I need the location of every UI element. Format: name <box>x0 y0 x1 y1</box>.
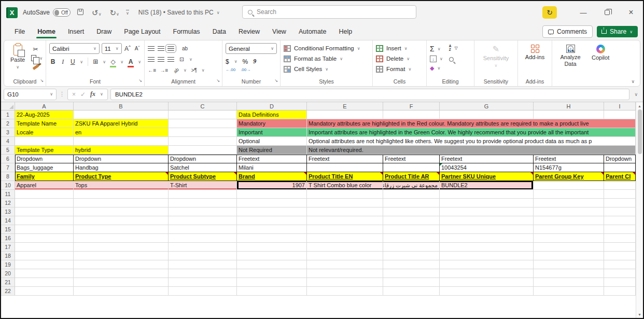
cell-B3[interactable]: en <box>74 128 169 137</box>
cell-E5[interactable]: Not relevant/required. <box>307 146 636 155</box>
scroll-down-icon[interactable]: ▼ <box>638 311 641 318</box>
cell-I21[interactable] <box>604 278 636 287</box>
cell-D6[interactable]: Freetext <box>237 155 307 163</box>
cell-D22[interactable] <box>237 287 307 296</box>
cell-E6[interactable]: Freetext <box>307 155 383 163</box>
row-header-6[interactable]: 6 <box>1 155 15 163</box>
cell-C1[interactable] <box>169 110 237 119</box>
cell-C11[interactable] <box>169 190 237 199</box>
cell-I6[interactable]: Dropdown <box>604 155 636 163</box>
cell-F6[interactable]: Freetext <box>383 155 440 163</box>
cell-F18[interactable] <box>383 252 440 260</box>
cell-B22[interactable] <box>74 287 169 296</box>
cell-C21[interactable] <box>169 278 237 287</box>
cell-D2[interactable]: Mandatory <box>237 119 307 128</box>
copy-icon[interactable] <box>31 55 36 61</box>
paste-button[interactable]: Paste ∨ <box>7 43 28 78</box>
cell-G8[interactable]: Partner SKU Unique <box>440 172 534 181</box>
cell-G7[interactable]: 10043254 <box>440 163 534 172</box>
cell-H6[interactable]: Freetext <box>534 155 604 163</box>
share-button[interactable]: Share ∨ <box>597 26 638 37</box>
cell-F19[interactable] <box>383 260 440 269</box>
row-header-13[interactable]: 13 <box>1 207 15 216</box>
cell-F11[interactable] <box>383 190 440 199</box>
cut-icon[interactable]: ✂ <box>31 45 40 53</box>
cell-I22[interactable] <box>604 287 636 296</box>
format-as-table-button[interactable]: Format as Table∨ <box>284 53 369 64</box>
cell-A8[interactable]: Family <box>15 172 74 181</box>
cell-E11[interactable] <box>307 190 383 199</box>
cell-A5[interactable]: Template Type <box>15 146 74 155</box>
cell-G15[interactable] <box>440 225 534 234</box>
cell-E21[interactable] <box>307 278 383 287</box>
cell-F21[interactable] <box>383 278 440 287</box>
cell-D16[interactable] <box>237 234 307 243</box>
row-header-10[interactable]: 10 <box>1 181 15 190</box>
cell-E3[interactable]: Important attributes are highlighted in … <box>307 128 636 137</box>
orientation-icon[interactable]: ab <box>170 64 182 76</box>
cell-A19[interactable] <box>15 260 74 269</box>
minimize-button[interactable]: — <box>571 1 595 24</box>
cell-D12[interactable] <box>237 199 307 207</box>
cell-G11[interactable] <box>440 190 534 199</box>
cell-B14[interactable] <box>74 216 169 225</box>
tab-help[interactable]: Help <box>332 25 358 39</box>
cell-D17[interactable] <box>237 243 307 252</box>
percent-format-icon[interactable]: % <box>243 58 248 65</box>
cell-G21[interactable] <box>440 278 534 287</box>
autosave-switch[interactable]: Off <box>53 8 71 17</box>
cell-F16[interactable] <box>383 234 440 243</box>
cell-I14[interactable] <box>604 216 636 225</box>
formula-input[interactable]: BUNDLE2 <box>110 89 629 100</box>
cell-H20[interactable] <box>534 269 604 278</box>
row-header-3[interactable]: 3 <box>1 128 15 137</box>
cell-E1[interactable] <box>307 110 383 119</box>
format-painter-icon[interactable] <box>31 63 40 71</box>
number-dialog-launcher-icon[interactable]: ↘ <box>274 78 278 83</box>
cell-A21[interactable] <box>15 278 74 287</box>
cell-A22[interactable] <box>15 287 74 296</box>
autosave-toggle[interactable]: AutoSave Off <box>23 8 71 17</box>
cell-B18[interactable] <box>74 252 169 260</box>
copilot-button[interactable]: Copilot <box>589 43 612 86</box>
tab-home[interactable]: Home <box>31 25 62 39</box>
row-header-7[interactable]: 7 <box>1 163 15 172</box>
cell-B15[interactable] <box>74 225 169 234</box>
col-header-A[interactable]: A <box>15 102 74 110</box>
name-box[interactable]: G10∨ <box>4 89 57 100</box>
col-header-G[interactable]: G <box>440 102 534 110</box>
save-icon[interactable] <box>76 9 85 16</box>
row-header-8[interactable]: 8 <box>1 172 15 181</box>
cell-A18[interactable] <box>15 252 74 260</box>
undo-icon[interactable]: ↺∨ <box>90 9 103 17</box>
row-header-11[interactable]: 11 <box>1 190 15 199</box>
cell-E19[interactable] <box>307 260 383 269</box>
cell-styles-button[interactable]: Cell Styles∨ <box>284 64 369 74</box>
currency-format-icon[interactable]: $ <box>226 58 229 65</box>
row-header-21[interactable]: 21 <box>1 278 15 287</box>
redo-icon[interactable]: ↻∨ <box>108 9 120 17</box>
vertical-scrollbar[interactable]: ▲ ▼ <box>636 102 643 318</box>
cell-G12[interactable] <box>440 199 534 207</box>
align-right-icon[interactable] <box>167 57 174 62</box>
cell-I15[interactable] <box>604 225 636 234</box>
cell-I18[interactable] <box>604 252 636 260</box>
confirm-entry-icon[interactable]: ✓ <box>80 91 86 98</box>
cell-B4[interactable] <box>74 137 169 146</box>
cell-E2[interactable]: Mandatory attributes are highlighted in … <box>307 119 636 128</box>
cell-B19[interactable] <box>74 260 169 269</box>
cell-H1[interactable] <box>534 110 604 119</box>
cell-D10[interactable]: 1907 <box>237 181 307 190</box>
formula-bar-expand-icon[interactable]: ∨ <box>632 92 640 97</box>
cell-A13[interactable] <box>15 207 74 216</box>
cell-F15[interactable] <box>383 225 440 234</box>
cell-C8[interactable]: Product Subtype <box>169 172 237 181</box>
cell-B5[interactable]: hybrid <box>74 146 169 155</box>
cell-A2[interactable]: Template Name <box>15 119 74 128</box>
tab-review[interactable]: Review <box>232 25 266 39</box>
cancel-entry-icon[interactable]: × <box>72 91 76 98</box>
cell-D7[interactable]: Milani <box>237 163 307 172</box>
cell-H7[interactable]: N154677g <box>534 163 604 172</box>
cell-D11[interactable] <box>237 190 307 199</box>
tab-page-layout[interactable]: Page Layout <box>118 25 166 39</box>
